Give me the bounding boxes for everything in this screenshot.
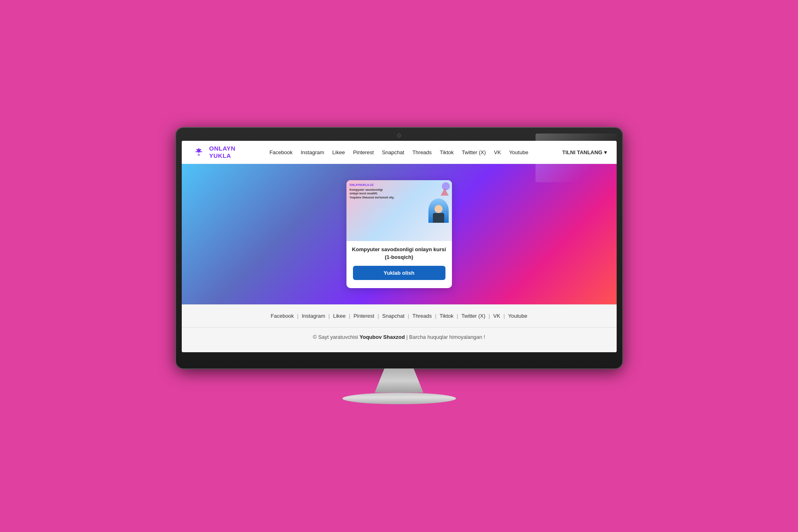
camera-dot [397, 134, 401, 138]
avatar [428, 198, 449, 223]
footer-links-row: Facebook | Instagram | Likee | Pinterest… [190, 313, 609, 319]
avatar-body [433, 213, 444, 223]
chevron-down-icon: ▾ [604, 149, 607, 155]
footer-link-tiktok[interactable]: Tiktok [437, 313, 457, 319]
footer-link-twitter[interactable]: Twitter (X) [458, 313, 488, 319]
stand-neck [375, 368, 424, 393]
card-decorations [436, 180, 452, 196]
footer-link-vk[interactable]: VK [490, 313, 503, 319]
footer-links-section: Facebook | Instagram | Likee | Pinterest… [182, 304, 617, 327]
nav-link-youtube[interactable]: Youtube [509, 149, 528, 155]
footer-link-pinterest[interactable]: Pinterest [350, 313, 377, 319]
svg-rect-1 [198, 154, 200, 156]
copyright-text: © Sayt yaratuvchisi Yoqubov Shaxzod | Ba… [190, 334, 609, 340]
logo-icon [191, 145, 206, 159]
card-title: Kompyuter savodxonligi onlayn kursi (1-b… [351, 246, 447, 261]
footer-link-snapchat[interactable]: Snapchat [379, 313, 408, 319]
navbar: ONLAYN YUKLA Facebook Instagram Likee Pi… [182, 141, 617, 164]
monitor-wrapper: ONLAYN YUKLA Facebook Instagram Likee Pi… [176, 128, 622, 404]
monitor-screen: ONLAYN YUKLA Facebook Instagram Likee Pi… [182, 141, 617, 352]
card-image-inner: ONLAYNUKLA.UZ Kompyuter savodxonligi onl… [346, 180, 452, 241]
card-image: ONLAYNUKLA.UZ Kompyuter savodxonligi onl… [346, 180, 452, 241]
card-heading: Kompyuter savodxonligi onlayn kursi mual… [350, 188, 412, 199]
hero-section: ONLAYNUKLA.UZ Kompyuter savodxonligi onl… [182, 164, 617, 304]
nav-link-vk[interactable]: VK [494, 149, 501, 155]
lang-button[interactable]: TILNI TANLANG ▾ [562, 149, 607, 155]
nav-links: Facebook Instagram Likee Pinterest Snapc… [269, 149, 528, 155]
footer-link-threads[interactable]: Threads [409, 313, 435, 319]
card-image-text: ONLAYNUKLA.UZ Kompyuter savodxonligi onl… [346, 180, 415, 202]
monitor-frame: ONLAYN YUKLA Facebook Instagram Likee Pi… [176, 128, 622, 368]
nav-link-instagram[interactable]: Instagram [301, 149, 324, 155]
avatar-person [431, 203, 446, 223]
nav-link-twitter[interactable]: Twitter (X) [462, 149, 486, 155]
nav-link-threads[interactable]: Threads [412, 149, 432, 155]
stand-base [342, 393, 456, 404]
footer-link-instagram[interactable]: Instagram [299, 313, 329, 319]
footer-link-youtube[interactable]: Youtube [505, 313, 530, 319]
deco-triangle [441, 188, 449, 196]
footer-link-facebook[interactable]: Facebook [267, 313, 297, 319]
nav-link-snapchat[interactable]: Snapchat [382, 149, 404, 155]
logo-text: ONLAYN YUKLA [209, 145, 236, 159]
svg-point-7 [197, 149, 200, 152]
content-card: ONLAYNUKLA.UZ Kompyuter savodxonligi onl… [346, 180, 452, 288]
card-brand: ONLAYNUKLA.UZ [350, 183, 412, 186]
nav-link-tiktok[interactable]: Tiktok [440, 149, 454, 155]
nav-link-pinterest[interactable]: Pinterest [353, 149, 374, 155]
avatar-head [434, 205, 443, 213]
nav-link-likee[interactable]: Likee [332, 149, 345, 155]
footer-link-likee[interactable]: Likee [330, 313, 349, 319]
logo-area: ONLAYN YUKLA [191, 145, 236, 159]
nav-link-facebook[interactable]: Facebook [269, 149, 293, 155]
download-button[interactable]: Yuklab olish [353, 266, 445, 280]
footer-copyright: © Sayt yaratuvchisi Yoqubov Shaxzod | Ba… [182, 327, 617, 352]
